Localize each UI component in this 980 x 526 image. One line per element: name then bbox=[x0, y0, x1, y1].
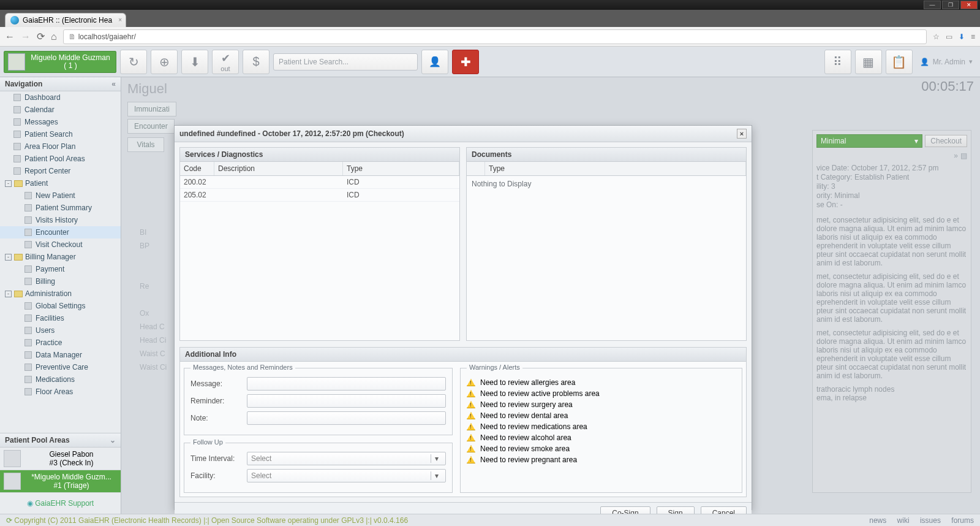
nav-calendar[interactable]: Calendar bbox=[0, 104, 121, 116]
nav-visits-history[interactable]: Visits History bbox=[0, 214, 121, 226]
service-row[interactable]: 200.02 ICD bbox=[180, 176, 459, 189]
doc-icon bbox=[24, 265, 32, 273]
nav-patient-search[interactable]: Patient Search bbox=[0, 128, 121, 140]
patient-live-search[interactable]: Patient Live Search... bbox=[273, 53, 418, 71]
nav-label: Preventive Care bbox=[36, 363, 88, 372]
download-button[interactable]: ⬇ bbox=[181, 50, 208, 74]
avatar-icon bbox=[4, 450, 21, 467]
user-menu[interactable]: 👤 Mr. Admin ▾ bbox=[920, 58, 973, 66]
nav-medications[interactable]: Medications bbox=[0, 373, 121, 386]
os-minimize-button[interactable]: — bbox=[924, 1, 941, 9]
footer-link-news[interactable]: news bbox=[869, 516, 886, 525]
nav-facilities[interactable]: Facilities bbox=[0, 312, 121, 324]
footer-link-forums[interactable]: forums bbox=[951, 516, 974, 525]
time-interval-select[interactable]: Select▾ bbox=[247, 452, 446, 465]
url-input[interactable]: 🗎 localhost/gaiaehr/ bbox=[63, 29, 927, 44]
warning-row: Need to review smoke area bbox=[467, 443, 736, 454]
modal-close-button[interactable]: × bbox=[737, 129, 747, 139]
facility-select[interactable]: Select▾ bbox=[247, 469, 446, 482]
active-patient-chip[interactable]: Miguelo Middle Guzman ( 1 ) bbox=[4, 51, 116, 73]
nav-payment[interactable]: Payment bbox=[0, 263, 121, 275]
support-link[interactable]: ◉ GaiaEHR Support bbox=[0, 493, 121, 514]
download-icon[interactable]: ⬇ bbox=[959, 32, 965, 41]
nav-global-settings[interactable]: Global Settings bbox=[0, 300, 121, 312]
nav-patient-summary[interactable]: Patient Summary bbox=[0, 202, 121, 214]
nav-folder-patient[interactable]: -Patient bbox=[0, 177, 121, 189]
nav-report-center[interactable]: Report Center bbox=[0, 165, 121, 177]
patient-name: Miguelo Middle Guzman bbox=[29, 54, 112, 62]
assign-patient-button[interactable]: 👤 bbox=[421, 50, 448, 74]
doc-icon bbox=[24, 388, 32, 395]
message-input[interactable] bbox=[247, 377, 446, 391]
reload-button[interactable]: ⟳ bbox=[37, 31, 45, 42]
back-button[interactable]: ← bbox=[5, 31, 15, 42]
tile-view-button[interactable]: ▦ bbox=[855, 50, 882, 74]
avatar-icon bbox=[8, 53, 25, 71]
doc-icon bbox=[13, 94, 21, 101]
doc-icon bbox=[13, 167, 21, 175]
nav-label: Global Settings bbox=[36, 302, 85, 310]
doc-icon bbox=[24, 204, 32, 212]
home-button[interactable]: ⌂ bbox=[51, 31, 57, 42]
nav-billing[interactable]: Billing bbox=[0, 275, 121, 288]
history-button[interactable]: ↻ bbox=[120, 50, 147, 74]
panel-icon[interactable]: ▭ bbox=[946, 32, 952, 41]
nav-visit-checkout[interactable]: Visit Checkout bbox=[0, 238, 121, 251]
footer-link-issues[interactable]: issues bbox=[920, 516, 941, 525]
warning-icon bbox=[467, 423, 475, 430]
avatar-icon bbox=[4, 473, 21, 490]
nav-messages[interactable]: Messages bbox=[0, 116, 121, 128]
footer-link-wiki[interactable]: wiki bbox=[897, 516, 910, 525]
os-maximize-button[interactable]: ❐ bbox=[942, 1, 959, 9]
browser-tab[interactable]: GaiaEHR :: (Electronic Hea × bbox=[5, 13, 126, 27]
collapse-icon[interactable]: - bbox=[5, 291, 12, 297]
note-input[interactable] bbox=[247, 411, 446, 425]
chevron-down-icon[interactable]: ⌄ bbox=[110, 436, 116, 444]
collapse-nav-icon[interactable]: « bbox=[111, 80, 116, 88]
forward-button[interactable]: → bbox=[21, 31, 31, 42]
pool-item-miguelo[interactable]: *Miguelo Middle Guzm...#1 (Triage) bbox=[0, 470, 121, 493]
nav-folder-label: Patient bbox=[25, 179, 48, 188]
fieldset-followup: Follow Up Time Interval: Select▾ Facilit… bbox=[184, 443, 453, 493]
nav-data-manager[interactable]: Data Manager bbox=[0, 349, 121, 361]
collapse-icon[interactable]: - bbox=[5, 180, 12, 187]
nav-folder-billing[interactable]: -Billing Manager bbox=[0, 251, 121, 263]
pool-sub: #1 (Triage) bbox=[26, 481, 117, 490]
nav-practice[interactable]: Practice bbox=[0, 337, 121, 349]
nav-patient-pool-areas[interactable]: Patient Pool Areas bbox=[0, 153, 121, 165]
checkout-button[interactable]: ✔out bbox=[212, 50, 239, 74]
nav-label: Calendar bbox=[24, 105, 55, 114]
warning-text: Need to review smoke area bbox=[480, 444, 570, 453]
emergency-button[interactable]: ✚ bbox=[452, 50, 479, 74]
nav-dashboard[interactable]: Dashboard bbox=[0, 91, 121, 104]
documents-empty: Nothing to Display bbox=[467, 176, 746, 192]
nav-encounter[interactable]: Encounter bbox=[0, 226, 121, 238]
pool-item-giesel[interactable]: Giesel Pabon#3 (Check In) bbox=[0, 448, 121, 470]
nav-floor-areas[interactable]: Floor Areas bbox=[0, 386, 121, 398]
menu-icon[interactable]: ≡ bbox=[971, 32, 975, 41]
nav-area-floor-plan[interactable]: Area Floor Plan bbox=[0, 140, 121, 153]
grid-view-button[interactable]: ⠿ bbox=[824, 50, 851, 74]
notes-button[interactable]: 📋 bbox=[886, 50, 913, 74]
service-row[interactable]: 205.02 ICD bbox=[180, 189, 459, 202]
services-panel: Services / Diagnostics Code Description … bbox=[179, 147, 460, 341]
pool-name: Giesel Pabon bbox=[26, 450, 117, 459]
nav-new-patient[interactable]: New Patient bbox=[0, 189, 121, 202]
reminder-input[interactable] bbox=[247, 394, 446, 408]
collapse-icon[interactable]: - bbox=[5, 254, 12, 261]
add-encounter-button[interactable]: ⊕ bbox=[151, 50, 178, 74]
star-icon[interactable]: ☆ bbox=[933, 32, 940, 41]
support-icon: ◉ bbox=[27, 499, 33, 508]
nav-users[interactable]: Users bbox=[0, 324, 121, 337]
left-navigation: Navigation « Dashboard Calendar Messages… bbox=[0, 77, 121, 514]
cell-desc bbox=[214, 189, 343, 201]
os-close-button[interactable]: ✕ bbox=[960, 1, 978, 9]
nav-folder-admin[interactable]: -Administration bbox=[0, 288, 121, 300]
charge-button[interactable]: $ bbox=[243, 50, 270, 74]
warning-text: Need to review medications area bbox=[480, 422, 587, 431]
warning-text: Need to review pregnant area bbox=[480, 455, 577, 464]
tab-close-icon[interactable]: × bbox=[118, 17, 122, 23]
copyright-text: ⟳ Copyright (C) 2011 GaiaEHR (Electronic… bbox=[6, 516, 408, 525]
pool-name: *Miguelo Middle Guzm... bbox=[26, 473, 117, 481]
nav-preventive-care[interactable]: Preventive Care bbox=[0, 361, 121, 373]
